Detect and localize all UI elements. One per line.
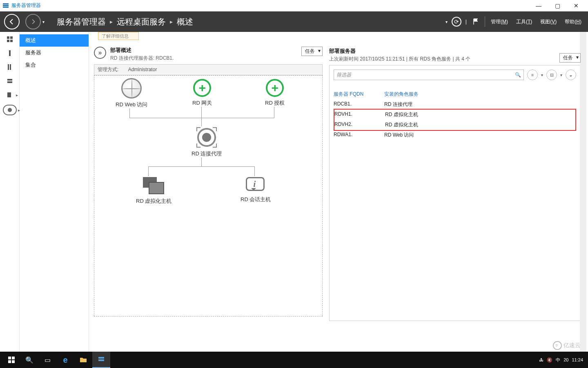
dashboard-icon[interactable] <box>6 35 14 43</box>
windows-taskbar: 🔍 ▭ e 🖧 🔇 中 20 11:24 <box>0 352 588 368</box>
rd-broker-node[interactable]: RD 连接代理 <box>192 127 222 157</box>
table-row[interactable]: RDCB1. RD 连接代理 <box>334 99 576 110</box>
rd-licensing-node[interactable]: + RD 授权 <box>265 79 285 107</box>
connector-line <box>274 107 274 118</box>
svg-point-13 <box>8 108 12 112</box>
help-menu[interactable]: 帮助(H) <box>562 17 584 27</box>
view-menu[interactable]: 视图(V) <box>538 17 559 27</box>
broker-icon <box>196 127 217 148</box>
table-row[interactable]: RDWA1. RD Web 访问 <box>334 130 576 140</box>
connector-line <box>148 166 149 176</box>
search-button[interactable]: 🔍 <box>20 352 38 368</box>
start-button[interactable] <box>2 352 20 368</box>
clock-date-partial[interactable]: 20 <box>564 357 568 362</box>
header-separator <box>485 16 485 27</box>
globe-icon <box>121 78 142 99</box>
save-query-button[interactable]: ⊟ <box>546 70 557 80</box>
breadcrumb-leaf[interactable]: 概述 <box>177 16 193 27</box>
connector-line <box>254 166 255 176</box>
header-dropdown-caret[interactable]: ▾ <box>445 20 448 24</box>
svg-rect-16 <box>8 360 11 363</box>
deployment-title: 部署概述 <box>110 47 174 54</box>
servers-panel: 筛选器 🔍 ≡▾ ⊟▾ ⌄ 服务器 FQDN 安装的角色服务 RDCB1. RD… <box>329 65 581 321</box>
rd-session-host-node[interactable]: i RD 会话主机 <box>241 177 271 203</box>
local-server-icon[interactable] <box>6 49 14 57</box>
svg-rect-3 <box>7 36 9 39</box>
volume-icon[interactable]: 🔇 <box>547 357 552 363</box>
clock-time[interactable]: 11:24 <box>572 357 583 362</box>
server-manager-icon <box>2 2 9 9</box>
servers-panel-subtitle: 上次刷新时间 2017/10/25 11:21:51 | 所有 RDS 角色服务… <box>329 56 470 63</box>
breadcrumb-mid[interactable]: 远程桌面服务 <box>117 16 166 27</box>
servers-table: 服务器 FQDN 安装的角色服务 RDCB1. RD 连接代理 RDVH1. R… <box>334 89 576 140</box>
rd-web-access-node[interactable]: RD Web 访问 <box>116 78 148 108</box>
all-servers-icon[interactable] <box>6 63 14 71</box>
svg-rect-15 <box>12 357 15 359</box>
connector-line <box>201 107 202 126</box>
filter-input[interactable]: 筛选器 🔍 <box>334 70 524 80</box>
info-banner[interactable]: 了解详细信息 <box>98 32 139 40</box>
tools-menu[interactable]: 工具(T) <box>514 17 535 27</box>
task-view-button[interactable]: ▭ <box>38 352 56 368</box>
search-icon: 🔍 <box>515 72 521 78</box>
deployment-subtitle: RD 连接代理服务器: RDCB1. <box>110 55 174 62</box>
app-header: ▾ 服务器管理器 ▸ 远程桌面服务 ▸ 概述 ▾ ⟳ | 管理(M) 工具(T)… <box>0 11 588 32</box>
window-close-button[interactable]: ✕ <box>567 0 586 11</box>
table-row[interactable]: RDVH2. RD 虚拟化主机 <box>334 120 575 130</box>
explorer-button[interactable] <box>74 352 92 368</box>
nav-history-dropdown[interactable]: ▾ <box>42 20 45 24</box>
breadcrumb-root[interactable]: 服务器管理器 <box>57 16 106 27</box>
window-title: 服务器管理器 <box>11 2 41 9</box>
windows-icon <box>8 357 15 363</box>
plus-icon: + <box>266 79 284 97</box>
nav-item-servers[interactable]: 服务器 <box>20 47 89 59</box>
svg-rect-12 <box>7 92 11 97</box>
breadcrumb: 服务器管理器 ▸ 远程桌面服务 ▸ 概述 <box>57 16 193 27</box>
servers-panel-title: 部署服务器 <box>329 47 470 55</box>
window-minimize-button[interactable]: — <box>529 0 548 11</box>
rd-gateway-node[interactable]: + RD 网关 <box>192 79 212 107</box>
expand-panel-button[interactable]: ⌄ <box>566 70 576 80</box>
connector-line <box>129 108 130 118</box>
servers-tasks-dropdown[interactable]: 任务 <box>559 53 581 63</box>
nav-item-collections[interactable]: 集合 <box>20 59 89 71</box>
plus-icon: + <box>193 79 211 97</box>
nav-back-button[interactable] <box>4 14 20 29</box>
table-row[interactable]: RDVH1. RD 虚拟化主机 <box>334 110 575 120</box>
ie-button[interactable]: e <box>56 352 74 368</box>
network-icon[interactable]: 🖧 <box>539 357 543 362</box>
header-pipe: | <box>466 19 467 25</box>
table-header: 服务器 FQDN 安装的角色服务 <box>334 89 576 99</box>
svg-rect-5 <box>7 40 9 42</box>
view-options-button[interactable]: ≡ <box>527 70 538 80</box>
icon-sidebar: ▸ <box>0 32 20 352</box>
system-tray[interactable]: 🖧 🔇 中 20 11:24 <box>539 357 586 363</box>
svg-rect-6 <box>10 40 13 42</box>
svg-rect-9 <box>10 64 11 70</box>
col-role[interactable]: 安装的角色服务 <box>384 91 576 98</box>
deployment-tasks-dropdown[interactable]: 任务 <box>301 47 323 56</box>
chevron-down-icon: ▾ <box>541 73 543 77</box>
svg-rect-17 <box>12 360 15 363</box>
watermark-icon: ᯤ <box>553 341 562 350</box>
window-maximize-button[interactable]: ▢ <box>548 0 567 11</box>
col-fqdn[interactable]: 服务器 FQDN <box>334 91 384 98</box>
connector-line <box>148 166 254 167</box>
rds-icon-selected[interactable] <box>3 105 17 115</box>
vm-host-icon <box>143 177 165 195</box>
nav-item-overview[interactable]: 概述 <box>20 34 89 47</box>
server-manager-taskbar-button[interactable] <box>92 352 110 368</box>
window-titlebar: 服务器管理器 — ▢ ✕ <box>0 0 588 11</box>
nav-forward-button[interactable] <box>25 14 41 29</box>
highlighted-rows: RDVH1. RD 虚拟化主机 RDVH2. RD 虚拟化主机 <box>334 109 576 131</box>
ime-indicator[interactable]: 中 <box>556 357 560 363</box>
deployment-overview-icon: » <box>94 47 106 59</box>
notifications-button[interactable] <box>470 16 481 27</box>
rd-vm-host-node[interactable]: RD 虚拟化主机 <box>136 177 172 205</box>
manage-menu[interactable]: 管理(M) <box>488 17 510 27</box>
iis-icon[interactable]: ▸ <box>6 91 14 99</box>
file-services-icon[interactable] <box>6 77 14 85</box>
svg-rect-10 <box>7 79 12 81</box>
refresh-button[interactable]: ⟳ <box>451 16 462 27</box>
refresh-icon: ⟳ <box>452 17 461 27</box>
